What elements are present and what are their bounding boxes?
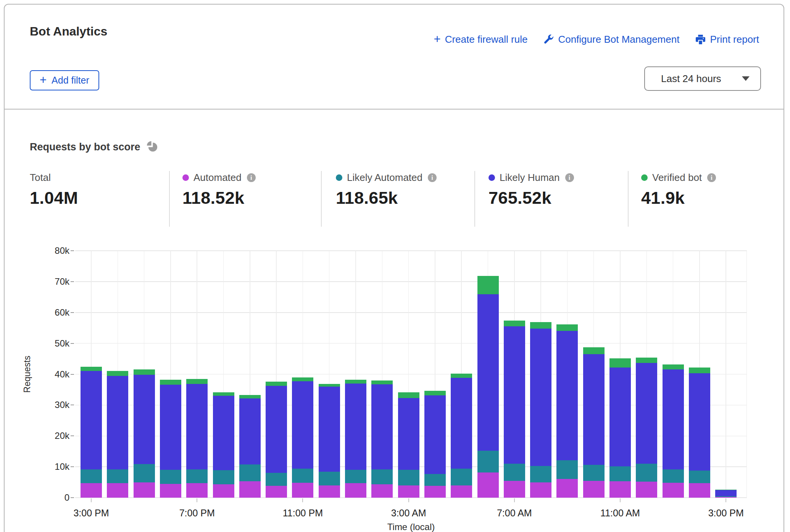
bar-hour-10[interactable] [345, 380, 366, 498]
segment-verified-bot [186, 379, 208, 384]
bar-hour-1[interactable] [107, 371, 128, 498]
segment-automated [663, 483, 684, 498]
bar-hour-15[interactable] [477, 276, 499, 498]
y-axis-tick [71, 466, 74, 467]
bar-hour-5[interactable] [213, 392, 234, 498]
segment-verified-bot [556, 324, 578, 331]
pie-chart-icon [146, 140, 158, 154]
stat-likely-human-value: 765.52k [489, 188, 574, 208]
plus-icon: + [40, 74, 47, 86]
segment-verified-bot [81, 367, 102, 371]
bar-hour-6[interactable] [239, 395, 261, 498]
segment-likely-automated [134, 464, 155, 482]
bar-hour-17[interactable] [530, 322, 551, 498]
bar-hour-8[interactable] [292, 377, 313, 498]
segment-likely-automated [213, 470, 234, 484]
configure-bot-management-link[interactable]: Configure Bot Management [543, 34, 679, 45]
bar-hour-2[interactable] [134, 369, 155, 498]
page-title: Bot Analytics [30, 24, 107, 39]
segment-automated [451, 485, 472, 498]
segment-automated [715, 497, 737, 498]
x-axis-tick [514, 498, 515, 502]
x-axis-tick [302, 498, 303, 502]
x-axis-tick [197, 498, 197, 502]
segment-likely-automated [81, 469, 102, 483]
segment-verified-bot [134, 369, 155, 375]
segment-likely-automated [504, 464, 525, 481]
bar-hour-13[interactable] [424, 391, 446, 498]
segment-likely-human [715, 490, 737, 496]
segment-automated [292, 483, 313, 498]
segment-likely-automated [530, 466, 551, 482]
printer-icon [695, 34, 706, 45]
bar-hour-4[interactable] [186, 379, 208, 498]
segment-likely-human [424, 395, 446, 474]
segment-likely-automated [345, 470, 366, 483]
segment-likely-automated [636, 464, 657, 482]
segment-verified-bot [266, 382, 287, 386]
time-range-select[interactable]: Last 24 hours [644, 66, 761, 91]
bar-hour-0[interactable] [81, 367, 102, 498]
segment-automated [160, 484, 181, 498]
y-axis-tick [71, 435, 74, 436]
bar-hour-9[interactable] [319, 384, 340, 498]
stat-divider [321, 171, 322, 227]
segment-verified-bot [689, 368, 710, 373]
bar-hour-12[interactable] [398, 392, 419, 498]
stat-likely-automated: Likely Automated i 118.65k [336, 172, 437, 208]
y-axis-tick [71, 374, 74, 375]
bar-hour-22[interactable] [663, 364, 684, 498]
create-firewall-rule-link[interactable]: + Create firewall rule [434, 34, 528, 45]
bar-hour-18[interactable] [556, 324, 578, 498]
bar-hour-23[interactable] [689, 368, 710, 498]
segment-likely-human [556, 331, 578, 460]
segment-automated [477, 472, 499, 498]
segment-likely-human [451, 378, 472, 469]
bar-hour-21[interactable] [636, 358, 657, 498]
bar-hour-7[interactable] [266, 382, 287, 498]
bar-hour-24[interactable] [715, 490, 737, 498]
x-axis-tick [91, 498, 92, 502]
segment-automated [186, 483, 208, 498]
add-filter-label: Add filter [52, 75, 89, 86]
segment-verified-bot [398, 392, 419, 398]
stat-verified-bot: Verified bot i 41.9k [641, 172, 716, 208]
bar-hour-11[interactable] [371, 380, 393, 498]
segment-likely-automated [689, 471, 710, 483]
y-tick-label: 50k [55, 338, 69, 349]
segment-likely-human [160, 385, 181, 470]
add-filter-button[interactable]: + Add filter [30, 70, 99, 90]
x-tick-label: 3:00 PM [708, 508, 744, 519]
bar-hour-20[interactable] [609, 358, 631, 498]
print-report-label: Print report [710, 34, 759, 45]
segment-likely-human [663, 369, 684, 469]
segment-automated [424, 486, 446, 498]
stat-automated-value: 118.52k [182, 188, 256, 208]
info-icon[interactable]: i [428, 173, 437, 182]
segment-automated [636, 482, 657, 498]
segment-verified-bot [107, 371, 128, 376]
y-axis-labels: 010k20k30k40k50k60k70k80k [20, 251, 69, 498]
bar-hour-3[interactable] [160, 380, 181, 498]
y-axis-tick [71, 312, 74, 313]
print-report-link[interactable]: Print report [695, 34, 759, 45]
info-icon[interactable]: i [707, 173, 716, 182]
info-icon[interactable]: i [247, 173, 256, 182]
segment-likely-automated [160, 470, 181, 484]
y-tick-label: 80k [55, 245, 69, 256]
info-icon[interactable]: i [565, 173, 574, 182]
segment-likely-human [213, 396, 234, 470]
segment-verified-bot [345, 380, 366, 384]
bar-hour-19[interactable] [583, 347, 605, 498]
x-tick-label: 11:00 AM [600, 508, 640, 519]
bar-hour-16[interactable] [504, 321, 525, 498]
bar-hour-14[interactable] [451, 374, 472, 498]
stat-verified-bot-label: Verified bot [652, 172, 702, 184]
segment-verified-bot [477, 276, 499, 294]
segment-likely-automated [371, 469, 393, 485]
segment-automated [556, 479, 578, 498]
segment-likely-human [134, 375, 155, 464]
wrench-icon [543, 34, 554, 45]
segment-verified-bot [319, 384, 340, 387]
y-axis-tick [71, 497, 74, 498]
